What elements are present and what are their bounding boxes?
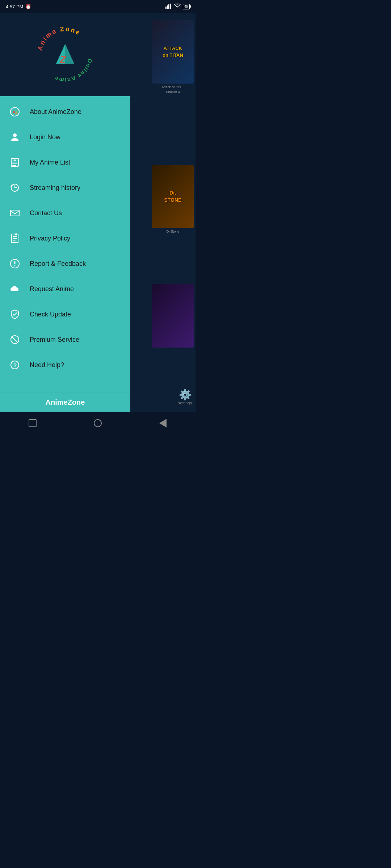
svg-point-27	[14, 265, 16, 267]
logo-container: Anime Zone Online Anime Z	[33, 22, 98, 87]
person-icon	[9, 131, 21, 143]
menu-list: A Z About AnimeZone Login Now	[0, 96, 130, 392]
svg-text:Z: Z	[15, 110, 18, 115]
menu-item-anime-list[interactable]: My Anime List	[0, 150, 130, 175]
document-icon	[9, 232, 21, 244]
history-icon	[9, 182, 21, 194]
mail-icon	[9, 207, 21, 219]
svg-rect-22	[13, 236, 17, 237]
right-panel: ATTACKon TITAN Attack on Tita...Season 3…	[130, 13, 196, 412]
about-label: About AnimeZone	[30, 108, 81, 116]
cloud-icon	[9, 283, 21, 295]
login-label: Login Now	[30, 133, 60, 141]
anime-card-drstone: Dr.STONE Dr Stone	[152, 165, 194, 235]
menu-item-request[interactable]: Request Anime	[0, 276, 130, 302]
settings-area[interactable]: ⚙️ settings	[178, 389, 192, 405]
svg-rect-23	[13, 238, 17, 239]
history-label: Streaming history	[30, 184, 80, 192]
drawer-footer: AnimeZone	[0, 392, 130, 412]
attack-titan-title: ATTACKon TITAN	[163, 45, 183, 58]
az-triangle-icon: Z	[52, 42, 79, 67]
attack-titan-label: Attack on Tita...Season 3	[152, 84, 194, 95]
menu-item-login[interactable]: Login Now	[0, 124, 130, 150]
svg-rect-24	[13, 240, 16, 241]
status-bar: 4:57 PM ⏰ 45	[0, 0, 196, 13]
svg-point-12	[13, 133, 17, 137]
svg-rect-0	[165, 7, 167, 9]
svg-rect-20	[10, 210, 19, 216]
footer-brand: AnimeZone	[46, 398, 85, 406]
settings-icon[interactable]: ⚙️	[178, 389, 192, 401]
menu-item-premium[interactable]: Premium Service	[0, 327, 130, 352]
svg-line-30	[12, 336, 18, 343]
menu-item-contact[interactable]: Contact Us	[0, 200, 130, 226]
menu-item-update[interactable]: Check Update	[0, 302, 130, 327]
alert-icon	[9, 258, 21, 270]
az-logo: Z	[52, 42, 79, 67]
az-icon: A Z	[9, 106, 21, 118]
svg-rect-3	[170, 4, 171, 9]
check-shield-icon	[9, 308, 21, 320]
question-icon: ?	[9, 359, 21, 371]
menu-item-privacy[interactable]: Privacy Policy	[0, 226, 130, 251]
premium-label: Premium Service	[30, 336, 79, 344]
svg-rect-2	[168, 4, 169, 9]
battery-level: 45	[184, 5, 188, 9]
svg-text:?: ?	[13, 362, 17, 368]
svg-rect-25	[15, 234, 17, 235]
menu-item-report[interactable]: Report & Feedback	[0, 251, 130, 276]
logo-area: Anime Zone Online Anime Z	[0, 13, 130, 96]
update-label: Check Update	[30, 311, 71, 318]
navigation-drawer: Anime Zone Online Anime Z	[0, 13, 130, 412]
status-time: 4:57 PM ⏰	[6, 4, 31, 9]
menu-item-help[interactable]: ? Need Help?	[0, 352, 130, 378]
menu-item-history[interactable]: Streaming history	[0, 175, 130, 200]
nav-home-button[interactable]	[91, 416, 105, 430]
recent-icon	[29, 419, 37, 427]
time-display: 4:57 PM	[6, 4, 23, 9]
svg-rect-17	[12, 165, 16, 166]
svg-text:Z: Z	[59, 54, 66, 65]
home-icon	[94, 419, 102, 427]
anime-card-attack: ATTACKon TITAN Attack on Tita...Season 3	[152, 20, 194, 95]
svg-marker-14	[13, 159, 16, 161]
dr-stone-title: Dr.STONE	[164, 190, 182, 204]
dr-stone-label: Dr Stone	[152, 228, 194, 235]
nav-recent-button[interactable]	[25, 416, 40, 430]
bottom-nav	[0, 412, 196, 434]
nav-back-button[interactable]	[156, 416, 170, 430]
anime-card-third	[152, 284, 194, 348]
wifi-icon	[174, 4, 181, 9]
status-icons: 45	[165, 4, 190, 9]
anime-list-label: My Anime List	[30, 159, 70, 166]
svg-marker-7	[65, 44, 74, 64]
back-icon	[159, 419, 167, 427]
settings-label: settings	[178, 401, 192, 405]
alarm-icon: ⏰	[25, 4, 31, 9]
request-label: Request Anime	[30, 285, 74, 293]
list-icon	[9, 156, 21, 169]
svg-rect-1	[167, 5, 168, 9]
svg-rect-16	[12, 163, 17, 164]
no-icon	[9, 333, 21, 346]
help-label: Need Help?	[30, 361, 64, 369]
contact-label: Contact Us	[30, 209, 62, 217]
signal-icon	[165, 4, 172, 9]
report-label: Report & Feedback	[30, 260, 86, 268]
svg-rect-15	[12, 162, 17, 162]
svg-rect-28	[14, 261, 16, 264]
battery-indicator: 45	[183, 4, 190, 9]
menu-item-about[interactable]: A Z About AnimeZone	[0, 99, 130, 124]
privacy-label: Privacy Policy	[30, 235, 70, 242]
